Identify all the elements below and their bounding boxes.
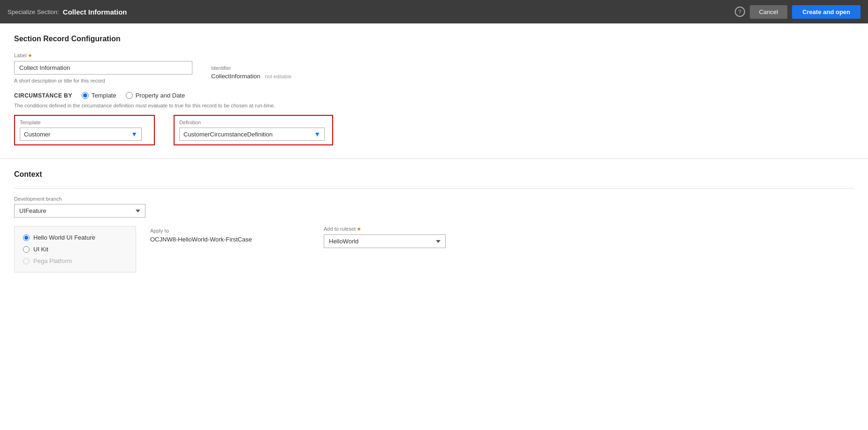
header-title: Collect Information	[63, 8, 127, 16]
label-field-label: Label★	[14, 53, 192, 59]
definition-dropdown-arrow: ▼	[314, 130, 320, 138]
ruleset-required-star: ★	[357, 226, 361, 232]
template-value: Customer	[24, 131, 50, 138]
template-field-label: Template	[20, 120, 149, 125]
context-separator	[14, 188, 854, 189]
header-left: Specialize Section: Collect Information	[8, 8, 127, 16]
add-ruleset-label: Add to ruleset★	[324, 226, 446, 232]
context-option-helloworld-label[interactable]: Hello World UI Feature	[33, 234, 95, 241]
apply-to-col: Apply to OCJNW8-HelloWorld-Work-FirstCas…	[150, 226, 310, 272]
identifier-value: CollectInformation	[211, 73, 260, 80]
context-options-box: Hello World UI Feature UI Kit Pega Platf…	[14, 226, 136, 272]
circumstance-by-row: CIRCUMSTANCE BY Template Property and Da…	[14, 92, 854, 99]
cancel-button[interactable]: Cancel	[750, 5, 787, 19]
radio-template[interactable]: Template	[82, 92, 116, 99]
circumstance-radio-group: Template Property and Date	[82, 92, 185, 99]
context-option-pegaplatform-input	[23, 258, 30, 264]
context-option-uikit-label[interactable]: UI Kit	[33, 246, 48, 253]
identifier-group: Identifier CollectInformation not editab…	[211, 53, 291, 83]
label-field-group: Label★ A short description or title for …	[14, 53, 192, 83]
section-record-config: Section Record Configuration Label★ A sh…	[0, 23, 868, 159]
context-option-uikit-input[interactable]	[23, 246, 30, 253]
apply-to-value: OCJNW8-HelloWorld-Work-FirstCase	[150, 236, 310, 243]
identifier-value-row: CollectInformation not editable	[211, 73, 291, 80]
radio-property-date-input[interactable]	[126, 92, 133, 99]
context-option-pegaplatform: Pega Platform	[23, 257, 127, 264]
label-helper-text: A short description or title for this re…	[14, 78, 192, 83]
context-radio-list: Hello World UI Feature UI Kit Pega Platf…	[23, 234, 127, 264]
definition-red-box: Definition CustomerCircumstanceDefinitio…	[174, 115, 333, 145]
label-input[interactable]	[14, 61, 192, 75]
add-ruleset-select[interactable]: HelloWorld UIFeature PegaPlatform	[324, 234, 446, 248]
context-title: Context	[14, 170, 854, 179]
create-open-button[interactable]: Create and open	[792, 5, 860, 19]
circumstance-by-label: CIRCUMSTANCE BY	[14, 92, 72, 99]
context-option-helloworld[interactable]: Hello World UI Feature	[23, 234, 127, 241]
header-right: ? Cancel Create and open	[735, 5, 860, 19]
definition-value: CustomerCircumstanceDefinition	[183, 131, 273, 138]
label-required-star: ★	[28, 53, 32, 58]
context-grid: Hello World UI Feature UI Kit Pega Platf…	[14, 226, 854, 272]
context-option-uikit[interactable]: UI Kit	[23, 246, 127, 253]
add-ruleset-col: Add to ruleset★ HelloWorld UIFeature Peg…	[324, 226, 446, 272]
context-option-pegaplatform-label: Pega Platform	[33, 257, 72, 264]
radio-property-date[interactable]: Property and Date	[126, 92, 185, 99]
template-def-row: Template Customer ▼ Definition CustomerC…	[14, 115, 854, 145]
radio-property-date-label[interactable]: Property and Date	[136, 92, 185, 99]
main-content: Section Record Configuration Label★ A sh…	[0, 23, 868, 430]
label-identifier-row: Label★ A short description or title for …	[14, 53, 854, 83]
template-red-box: Template Customer ▼	[14, 115, 155, 145]
header-prefix: Specialize Section:	[8, 8, 59, 15]
template-input-wrapper[interactable]: Customer ▼	[20, 128, 142, 141]
definition-input-wrapper[interactable]: CustomerCircumstanceDefinition ▼	[179, 128, 325, 141]
identifier-note: not editable	[265, 74, 291, 79]
apply-to-label: Apply to	[150, 228, 310, 234]
circumstance-hint: The conditions defined in the circumstan…	[14, 103, 854, 108]
context-option-helloworld-input[interactable]	[23, 234, 30, 241]
app-header: Specialize Section: Collect Information …	[0, 0, 868, 23]
dev-branch-label: Development branch	[14, 196, 854, 202]
radio-template-input[interactable]	[82, 92, 89, 99]
context-section: Context Development branch UIFeature Mas…	[0, 159, 868, 286]
template-dropdown-arrow: ▼	[131, 130, 137, 138]
help-icon[interactable]: ?	[735, 7, 745, 17]
radio-template-label[interactable]: Template	[91, 92, 116, 99]
section-record-config-title: Section Record Configuration	[14, 35, 854, 43]
dev-branch-select[interactable]: UIFeature Master PegaPlatform	[14, 204, 145, 218]
identifier-label: Identifier	[211, 65, 291, 71]
definition-field-label: Definition	[179, 120, 327, 125]
